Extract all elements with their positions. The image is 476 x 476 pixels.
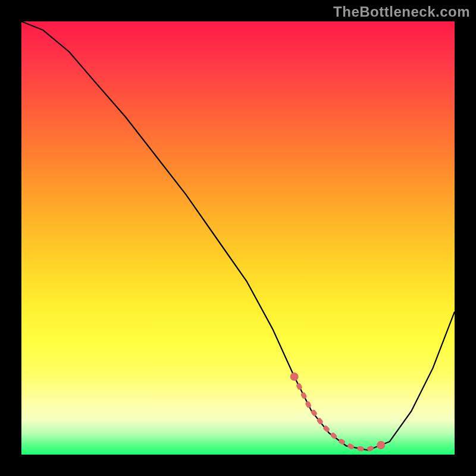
bottleneck-curve (21, 21, 455, 455)
watermark-label: TheBottleneck.com (333, 4, 470, 20)
curve-line (21, 21, 455, 450)
plot-area (21, 21, 455, 455)
flat-start-dot (290, 372, 299, 381)
chart-frame: TheBottleneck.com (0, 0, 476, 476)
flat-end-dot (377, 441, 385, 449)
